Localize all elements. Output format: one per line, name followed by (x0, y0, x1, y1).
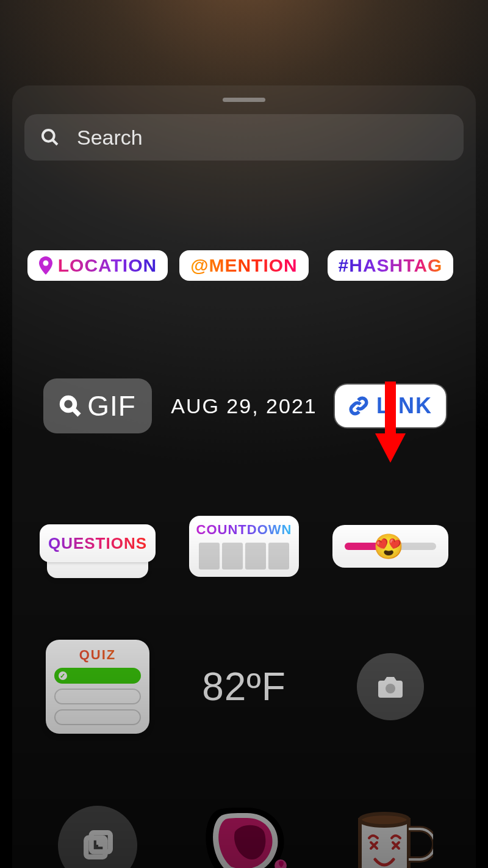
date-sticker[interactable]: AUG 29, 2021 (171, 394, 317, 418)
camera-icon (376, 672, 405, 701)
photo-collage-sticker[interactable] (58, 806, 137, 868)
mention-label: @MENTION (190, 255, 298, 276)
camera-sticker[interactable] (357, 653, 424, 720)
annotation-arrow (372, 378, 409, 464)
mouth-icon (198, 805, 290, 868)
search-icon (40, 128, 60, 147)
add-photo-icon (82, 830, 113, 861)
screaming-mouth-sticker[interactable] (198, 805, 290, 868)
quiz-label: QUIZ (54, 647, 141, 663)
questions-label: QUESTIONS (48, 534, 147, 553)
location-label: LOCATION (58, 255, 157, 276)
hashtag-label: #HASHTAG (339, 255, 443, 276)
quiz-option (54, 709, 141, 725)
emoji-slider-sticker[interactable]: 😍 (332, 525, 448, 568)
date-label: AUG 29, 2021 (171, 394, 317, 418)
slider-emoji: 😍 (373, 532, 404, 561)
search-input[interactable] (77, 126, 448, 150)
coffee-mug-sticker[interactable] (348, 805, 433, 868)
questions-sticker[interactable]: QUESTIONS (40, 524, 156, 568)
svg-line-4 (73, 409, 80, 416)
svg-point-3 (62, 398, 75, 411)
svg-point-2 (43, 261, 48, 266)
quiz-sticker[interactable]: QUIZ (46, 640, 149, 734)
svg-point-12 (360, 814, 409, 826)
gif-sticker[interactable]: GIF (43, 378, 152, 433)
quiz-option (54, 689, 141, 704)
quiz-option-correct (54, 668, 141, 684)
svg-line-1 (52, 140, 57, 145)
temperature-sticker[interactable]: 82ºF (202, 664, 286, 709)
countdown-sticker[interactable]: COUNTDOWN (189, 516, 299, 577)
svg-point-0 (43, 130, 54, 142)
link-icon (348, 396, 369, 416)
search-icon (59, 395, 81, 417)
temperature-label: 82ºF (202, 665, 286, 709)
mention-sticker[interactable]: @MENTION (179, 250, 309, 281)
hashtag-sticker[interactable]: #HASHTAG (328, 250, 454, 281)
slider-track: 😍 (345, 543, 436, 550)
location-pin-icon (38, 256, 53, 275)
countdown-label: COUNTDOWN (196, 522, 292, 538)
sticker-tray: LOCATION @MENTION #HASHTAG GIF AUG 29, 2… (12, 85, 476, 868)
gif-label: GIF (87, 389, 136, 422)
mug-icon (348, 805, 433, 868)
svg-marker-14 (375, 433, 406, 463)
drag-handle[interactable] (223, 98, 265, 102)
search-bar[interactable] (24, 114, 464, 161)
countdown-boxes (199, 543, 289, 570)
sticker-grid: LOCATION @MENTION #HASHTAG GIF AUG 29, 2… (24, 195, 464, 868)
svg-point-5 (386, 684, 395, 693)
location-sticker[interactable]: LOCATION (27, 250, 168, 281)
questions-card-front: QUESTIONS (40, 524, 156, 562)
